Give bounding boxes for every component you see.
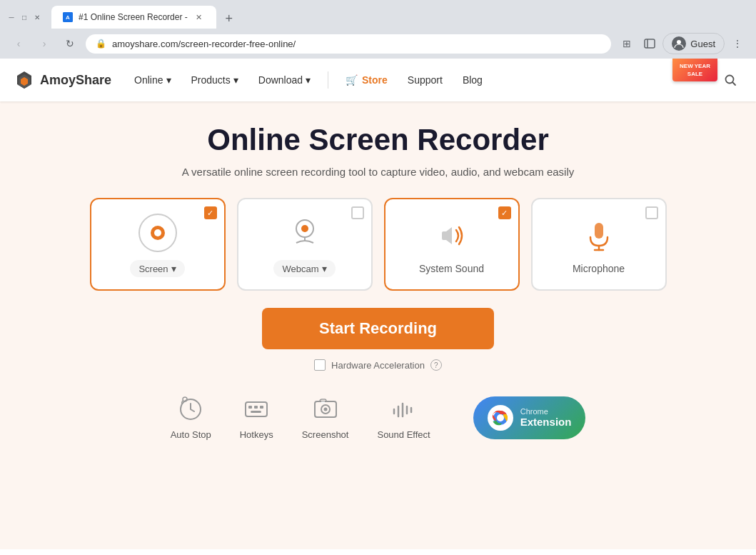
new-year-badge: NEW YEAR SALE (672, 59, 717, 81)
tab-bar: A #1 Online Screen Recorder - ✕ + (51, 6, 239, 29)
microphone-option-card[interactable]: Microphone (531, 198, 667, 291)
hotkeys-icon (242, 395, 271, 424)
screen-dropdown-icon: ▾ (171, 263, 176, 274)
active-tab[interactable]: A #1 Online Screen Recorder - ✕ (51, 6, 216, 29)
cart-icon: 🛒 (346, 74, 358, 86)
badge-line1: NEW YEAR (680, 62, 710, 70)
microphone-checkbox[interactable] (645, 206, 658, 219)
bottom-features: Auto Stop Hotkeys (171, 395, 586, 440)
page-title: Online Screen Recorder (207, 123, 549, 157)
maximize-button[interactable]: □ (19, 11, 30, 23)
nav-support[interactable]: Support (399, 69, 451, 91)
nav-products[interactable]: Products ▾ (183, 69, 247, 91)
nav-store[interactable]: 🛒 Store (337, 69, 396, 91)
main-content: Online Screen Recorder A versatile onlin… (0, 101, 756, 454)
chrome-logo-icon (488, 405, 513, 431)
refresh-button[interactable]: ↻ (60, 34, 80, 54)
screenshot-label: Screenshot (302, 429, 349, 440)
menu-button[interactable]: ⋮ (727, 34, 747, 54)
nav-online[interactable]: Online ▾ (126, 69, 179, 91)
hw-accel-help[interactable]: ? (430, 359, 442, 371)
url-text: amoyshare.com/screen-recorder-free-onlin… (112, 39, 601, 49)
tab-favicon: A (63, 12, 73, 22)
svg-rect-21 (260, 406, 263, 409)
auto-stop-icon (176, 395, 205, 424)
forward-button[interactable]: › (34, 34, 54, 54)
screenshot-feature[interactable]: Screenshot (302, 395, 349, 440)
svg-rect-13 (595, 223, 603, 239)
browser-actions: ⊞ Guest ⋮ (617, 33, 747, 54)
system-sound-label: System Sound (419, 263, 484, 274)
microphone-icon (578, 214, 620, 257)
close-button[interactable]: ✕ (31, 11, 43, 23)
window-controls: ─ □ ✕ (6, 11, 43, 23)
hotkeys-label: Hotkeys (240, 429, 273, 440)
chrome-ext-text: Chrome Extension (520, 407, 572, 428)
screenshot-icon (311, 395, 340, 424)
sidebar-button[interactable] (640, 34, 660, 54)
hw-accel-checkbox[interactable] (314, 359, 326, 371)
screen-label-btn[interactable]: Screen ▾ (130, 260, 184, 277)
sound-effect-label: Sound Effect (377, 429, 430, 440)
webcam-dropdown-icon: ▾ (322, 263, 327, 274)
chevron-down-icon: ▾ (166, 74, 171, 86)
screen-icon (136, 211, 179, 254)
profile-button[interactable]: Guest (662, 33, 725, 54)
title-bar: ─ □ ✕ A #1 Online Screen Recorder - ✕ + (0, 0, 756, 29)
svg-point-4 (677, 40, 681, 44)
svg-line-6 (733, 83, 736, 86)
svg-rect-19 (248, 406, 252, 409)
hardware-acceleration: Hardware Acceleration ? (314, 359, 442, 371)
logo-text: AmoyShare (40, 73, 111, 88)
grid-button[interactable]: ⊞ (617, 34, 637, 54)
nav-divider (328, 71, 328, 89)
svg-point-25 (323, 408, 327, 411)
new-tab-button[interactable]: + (219, 9, 239, 29)
badge-line2: SALE (680, 70, 710, 78)
svg-rect-18 (246, 402, 267, 416)
page-subtitle: A versatile online screen recording tool… (182, 166, 575, 178)
profile-label: Guest (690, 39, 715, 49)
url-bar[interactable]: 🔒 amoyshare.com/screen-recorder-free-onl… (86, 34, 611, 54)
system-sound-option-card[interactable]: ✓ System Sound (384, 198, 520, 291)
chrome-ext-pre-label: Chrome (520, 407, 572, 416)
recording-options: ✓ Screen ▾ (90, 198, 667, 291)
svg-rect-2 (645, 39, 655, 48)
search-button[interactable] (719, 69, 742, 91)
svg-point-34 (497, 414, 504, 421)
webcam-label: Webcam (282, 264, 318, 274)
webcam-checkbox[interactable] (351, 206, 364, 219)
nav-download[interactable]: Download ▾ (250, 69, 319, 91)
sound-effect-feature[interactable]: Sound Effect (377, 395, 430, 440)
webcam-label-btn[interactable]: Webcam ▾ (273, 260, 335, 277)
tab-close-button[interactable]: ✕ (193, 11, 205, 23)
sound-effect-icon (390, 395, 418, 424)
logo-icon (14, 70, 34, 90)
webcam-option-card[interactable]: Webcam ▾ (237, 198, 373, 291)
logo[interactable]: AmoyShare (14, 70, 111, 90)
microphone-label: Microphone (573, 263, 625, 274)
chevron-down-icon: ▾ (233, 74, 238, 86)
chrome-ext-title: Extension (520, 416, 572, 428)
back-button[interactable]: ‹ (9, 34, 29, 54)
search-icon (724, 74, 737, 86)
svg-rect-22 (251, 411, 261, 413)
chevron-down-icon: ▾ (306, 74, 311, 86)
screen-checkbox[interactable]: ✓ (204, 206, 217, 219)
navbar: AmoyShare Online ▾ Products ▾ Download ▾… (0, 59, 756, 101)
chrome-extension-button[interactable]: Chrome Extension (473, 396, 586, 439)
nav-links: Online ▾ Products ▾ Download ▾ 🛒 Store S… (126, 69, 719, 91)
nav-blog[interactable]: Blog (454, 69, 491, 91)
svg-text:A: A (66, 14, 70, 21)
browser-frame: ─ □ ✕ A #1 Online Screen Recorder - ✕ + … (0, 0, 756, 59)
svg-rect-20 (254, 406, 258, 409)
system-sound-checkbox[interactable]: ✓ (498, 206, 511, 219)
svg-rect-26 (321, 401, 325, 404)
minimize-button[interactable]: ─ (6, 11, 17, 23)
screen-option-card[interactable]: ✓ Screen ▾ (90, 198, 226, 291)
hotkeys-feature[interactable]: Hotkeys (240, 395, 273, 440)
webcam-icon (283, 211, 326, 254)
auto-stop-feature[interactable]: Auto Stop (171, 395, 211, 440)
system-sound-icon (430, 214, 473, 257)
start-recording-button[interactable]: Start Recording (262, 308, 494, 349)
